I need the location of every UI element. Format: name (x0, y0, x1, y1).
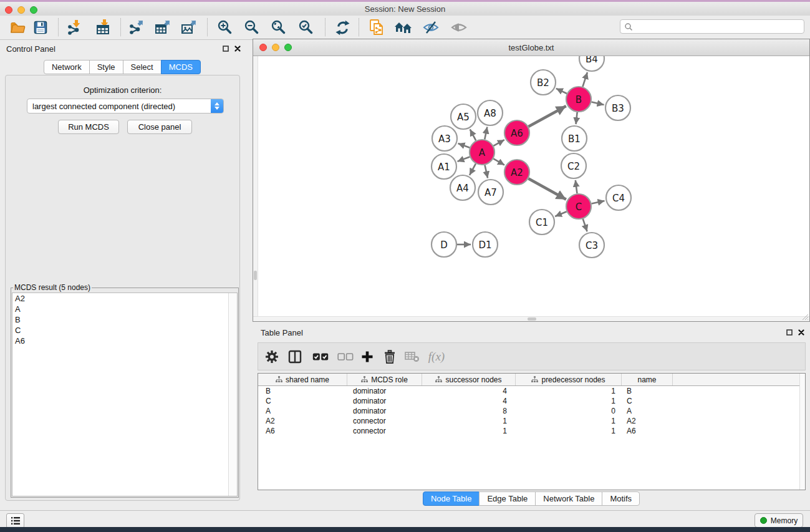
table-row[interactable]: Bdominator41B (258, 386, 805, 396)
column-header-successor-nodes[interactable]: successor nodes (422, 374, 516, 385)
network-hscroll-thumb[interactable] (528, 317, 536, 321)
table-cell[interactable]: 4 (422, 397, 516, 405)
float-panel-icon[interactable] (222, 45, 229, 52)
network-window-titlebar[interactable]: testGlobe.txt (253, 39, 809, 56)
column-header-shared-name[interactable]: shared name (258, 374, 347, 385)
list-item[interactable]: A6 (12, 336, 237, 346)
table-cell[interactable]: dominator (347, 407, 422, 415)
column-header-predecessor-nodes[interactable]: predecessor nodes (516, 374, 622, 385)
export-network-icon[interactable] (126, 17, 147, 37)
table-cell[interactable]: 1 (516, 427, 622, 435)
graph-edge[interactable] (576, 180, 577, 193)
graph-edge[interactable] (485, 127, 487, 140)
graph-edge[interactable] (485, 165, 488, 178)
list-item[interactable]: B (12, 314, 237, 325)
table-cell[interactable]: A (258, 407, 347, 415)
network-vscrollbar[interactable] (253, 56, 258, 317)
tab-select[interactable]: Select (123, 60, 162, 74)
table-vscrollbar[interactable] (799, 374, 805, 490)
zoom-selected-icon[interactable] (296, 17, 317, 37)
graph-edge[interactable] (582, 72, 587, 87)
column-header-name[interactable]: name (622, 374, 673, 385)
tab-mcds[interactable]: MCDS (161, 60, 201, 74)
search-input[interactable] (633, 21, 804, 33)
table-cell[interactable]: A (622, 407, 673, 415)
network-vscroll-thumb[interactable] (254, 271, 257, 280)
export-table-icon[interactable] (152, 17, 173, 37)
table-cell[interactable]: 1 (422, 417, 516, 425)
run-mcds-button[interactable]: Run MCDS (58, 120, 119, 134)
table-cell[interactable]: C (622, 397, 673, 405)
table-cell[interactable]: 1 (516, 387, 622, 395)
houses-icon[interactable] (393, 17, 414, 37)
export-image-icon[interactable] (178, 17, 200, 37)
table-cell[interactable]: 0 (516, 407, 622, 415)
function-builder-icon[interactable]: f(x) (424, 347, 449, 366)
tab-style[interactable]: Style (89, 60, 123, 74)
graph-edge[interactable] (592, 201, 605, 204)
table-cell[interactable]: 8 (422, 407, 516, 415)
zoom-fit-icon[interactable] (268, 17, 289, 37)
table-cell[interactable]: A2 (258, 417, 347, 425)
graph-edge[interactable] (576, 112, 577, 124)
delete-table-icon[interactable] (402, 347, 422, 366)
graph-edge[interactable] (458, 143, 470, 148)
table-row[interactable]: Adominator80A (258, 406, 805, 416)
graph-edge[interactable] (555, 211, 566, 216)
list-item[interactable]: C (12, 325, 237, 336)
graph-edge[interactable] (583, 219, 587, 231)
unchecked-pair-icon[interactable] (335, 347, 355, 366)
float-table-panel-icon[interactable] (786, 329, 793, 336)
table-cell[interactable]: A6 (622, 427, 673, 435)
import-network-icon[interactable] (64, 17, 85, 37)
table-cell[interactable]: 1 (516, 417, 622, 425)
graph-edge[interactable] (470, 163, 476, 175)
tab-network-table[interactable]: Network Table (535, 491, 602, 506)
hide-details-icon[interactable] (420, 17, 441, 37)
memory-button[interactable]: Memory (755, 513, 803, 528)
criterion-select[interactable]: largest connected component (directed) (27, 99, 224, 114)
duplicate-network-icon[interactable] (367, 17, 388, 37)
table-cell[interactable]: A2 (622, 417, 673, 425)
column-header-MCDS-role[interactable]: MCDS role (347, 374, 422, 385)
list-item[interactable]: A (12, 304, 237, 314)
tab-node-table[interactable]: Node Table (423, 491, 480, 506)
table-cell[interactable]: connector (347, 427, 422, 435)
resize-grip-icon[interactable] (801, 313, 809, 321)
add-column-icon[interactable] (357, 347, 377, 366)
table-row[interactable]: Cdominator41C (258, 396, 805, 406)
close-panel-button[interactable]: Close panel (127, 120, 192, 134)
show-details-icon[interactable] (448, 17, 470, 37)
trash-icon[interactable] (380, 347, 400, 366)
tab-edge-table[interactable]: Edge Table (479, 491, 536, 506)
table-row[interactable]: A6connector11A6 (258, 426, 805, 436)
table-cell[interactable]: dominator (347, 387, 422, 395)
table-cell[interactable]: C (258, 397, 347, 405)
graph-edge[interactable] (591, 102, 604, 105)
zoom-in-icon[interactable] (215, 17, 236, 37)
graph-edge[interactable] (556, 89, 567, 94)
graph-edge[interactable] (528, 178, 566, 200)
graph-edge[interactable] (493, 140, 504, 146)
table-cell[interactable]: connector (347, 417, 422, 425)
table-row[interactable]: A2connector11A2 (258, 416, 805, 426)
mcds-result-list[interactable]: A2ABCA6 (12, 293, 238, 496)
split-columns-icon[interactable] (285, 347, 305, 366)
graph-edge[interactable] (528, 106, 566, 127)
close-panel-icon[interactable] (234, 45, 241, 52)
table-cell[interactable]: dominator (347, 397, 422, 405)
task-history-button[interactable] (6, 513, 24, 528)
table-cell[interactable]: 1 (516, 397, 622, 405)
graph-edge[interactable] (470, 129, 476, 140)
table-cell[interactable]: 1 (422, 427, 516, 435)
import-table-icon[interactable] (93, 17, 114, 37)
checked-pair-icon[interactable] (311, 347, 330, 366)
close-table-panel-icon[interactable] (798, 329, 805, 336)
table-cell[interactable]: 4 (422, 387, 516, 395)
table-cell[interactable]: A6 (258, 427, 347, 435)
result-scrollbar[interactable] (228, 293, 237, 496)
list-item[interactable]: A2 (12, 293, 237, 304)
tab-motifs[interactable]: Motifs (602, 491, 640, 506)
save-session-icon[interactable] (30, 17, 51, 37)
network-hscrollbar[interactable] (253, 316, 809, 321)
